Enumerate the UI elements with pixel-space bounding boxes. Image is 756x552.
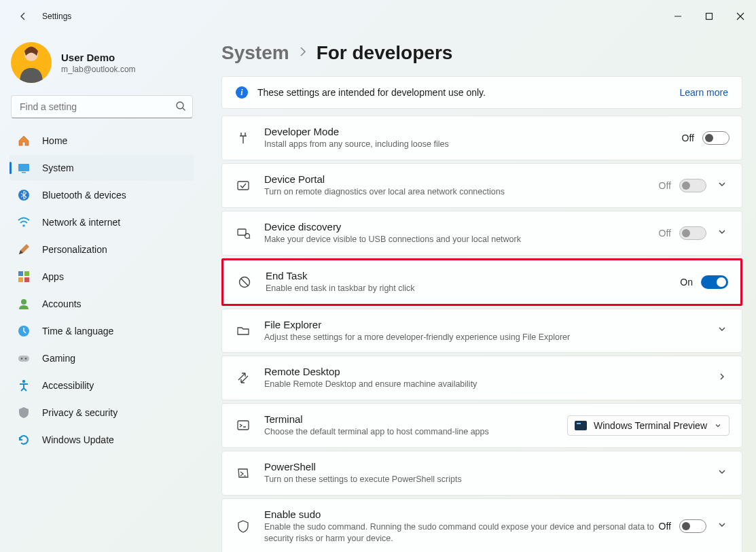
- window-title: Settings: [42, 12, 71, 21]
- device-portal-toggle[interactable]: [679, 179, 706, 192]
- breadcrumb-parent[interactable]: System: [221, 42, 289, 64]
- card-end-task[interactable]: End Task Enable end task in taskbar by r…: [221, 258, 742, 306]
- sidebar: User Demo m_lab@outlook.com Home System …: [0, 33, 204, 552]
- folder-icon: [234, 323, 252, 338]
- device-discovery-toggle[interactable]: [679, 226, 706, 240]
- card-desc: Make your device visible to USB connecti…: [264, 234, 659, 245]
- svg-point-10: [22, 224, 25, 227]
- network-icon: [16, 215, 31, 230]
- card-terminal[interactable]: Terminal Choose the default terminal app…: [221, 403, 742, 448]
- nav-bluetooth[interactable]: Bluetooth & devices: [10, 182, 194, 208]
- chevron-down-icon[interactable]: [715, 517, 730, 535]
- home-icon: [16, 133, 31, 148]
- nav-label: System: [42, 162, 74, 173]
- card-device-portal[interactable]: Device Portal Turn on remote diagnostics…: [221, 163, 742, 208]
- card-powershell[interactable]: PowerShell Turn on these settings to exe…: [221, 451, 742, 496]
- card-file-explorer[interactable]: File Explorer Adjust these settings for …: [221, 309, 742, 353]
- svg-point-15: [21, 299, 26, 305]
- nav-accessibility[interactable]: Accessibility: [10, 373, 194, 398]
- search-input[interactable]: [11, 95, 193, 118]
- chevron-down-icon[interactable]: [715, 322, 730, 339]
- nav-label: Bluetooth & devices: [42, 190, 126, 201]
- card-remote-desktop[interactable]: Remote Desktop Enable Remote Desktop and…: [221, 356, 742, 400]
- info-bar: i These settings are intended for develo…: [221, 76, 742, 109]
- nav-label: Privacy & security: [42, 407, 118, 418]
- svg-line-6: [183, 108, 185, 111]
- avatar: [11, 42, 52, 83]
- nav-home[interactable]: Home: [10, 128, 194, 154]
- nav-time[interactable]: Time & language: [10, 318, 194, 344]
- card-title: End Task: [266, 270, 680, 281]
- terminal-dropdown[interactable]: Windows Terminal Preview: [567, 415, 730, 436]
- svg-rect-17: [18, 356, 29, 362]
- card-device-discovery[interactable]: Device discovery Make your device visibl…: [221, 211, 742, 256]
- back-button[interactable]: [12, 5, 34, 27]
- minimize-button[interactable]: [662, 5, 694, 27]
- card-title: PowerShell: [264, 461, 715, 472]
- bluetooth-icon: [16, 188, 31, 203]
- nav-accounts[interactable]: Accounts: [10, 291, 194, 317]
- nav-gaming[interactable]: Gaming: [10, 345, 194, 371]
- system-icon: [16, 160, 31, 175]
- chevron-down-icon[interactable]: [715, 224, 730, 242]
- close-button[interactable]: [725, 5, 756, 27]
- svg-rect-27: [238, 421, 249, 430]
- toggle-label: Off: [659, 180, 671, 191]
- svg-point-19: [25, 358, 26, 359]
- card-enable-sudo[interactable]: Enable sudo Enable the sudo command. Run…: [221, 498, 742, 552]
- accounts-icon: [16, 296, 31, 311]
- toggle-label: Off: [659, 521, 671, 532]
- toggle-label: On: [680, 277, 693, 288]
- breadcrumb: System For developers: [221, 42, 742, 64]
- card-title: Developer Mode: [264, 126, 682, 137]
- window-controls: [662, 5, 756, 27]
- time-icon: [16, 324, 31, 339]
- nav-label: Time & language: [42, 326, 113, 337]
- accessibility-icon: [16, 378, 31, 393]
- maximize-button[interactable]: [694, 5, 725, 27]
- nav-label: Apps: [42, 271, 64, 282]
- chevron-down-icon[interactable]: [715, 177, 730, 194]
- svg-rect-22: [238, 229, 246, 235]
- nav-label: Network & internet: [42, 217, 120, 228]
- sudo-toggle[interactable]: [679, 519, 706, 533]
- powershell-icon: [234, 466, 252, 481]
- svg-line-26: [241, 278, 249, 286]
- svg-rect-12: [24, 271, 29, 276]
- svg-rect-7: [18, 164, 29, 171]
- card-desc: Enable the sudo command. Running the sud…: [264, 521, 659, 545]
- nav-personalization[interactable]: Personalization: [10, 237, 194, 262]
- wrench-icon: [234, 131, 252, 145]
- title-bar: Settings: [0, 0, 756, 33]
- card-title: Device discovery: [264, 221, 659, 232]
- nav-apps[interactable]: Apps: [10, 264, 194, 290]
- end-task-toggle[interactable]: [701, 275, 728, 289]
- nav-label: Accounts: [42, 298, 82, 309]
- user-profile[interactable]: User Demo m_lab@outlook.com: [11, 42, 193, 83]
- nav-privacy[interactable]: Privacy & security: [10, 400, 194, 426]
- dropdown-value: Windows Terminal Preview: [594, 420, 707, 431]
- privacy-icon: [16, 405, 31, 420]
- nav-network[interactable]: Network & internet: [10, 209, 194, 235]
- card-desc: Turn on these settings to execute PowerS…: [264, 474, 715, 485]
- svg-point-20: [22, 380, 25, 383]
- nav-label: Gaming: [42, 353, 75, 364]
- nav-update[interactable]: Windows Update: [10, 427, 194, 453]
- chevron-down-icon: [714, 421, 722, 430]
- info-text: These settings are intended for developm…: [257, 87, 486, 98]
- nav-list: Home System Bluetooth & devices Network …: [8, 128, 196, 453]
- nav-system[interactable]: System: [10, 155, 194, 181]
- card-developer-mode[interactable]: Developer Mode Install apps from any sou…: [221, 116, 742, 160]
- chevron-right-icon[interactable]: [715, 369, 730, 387]
- svg-point-18: [21, 358, 22, 359]
- nav-label: Windows Update: [42, 434, 114, 445]
- learn-more-link[interactable]: Learn more: [679, 87, 728, 98]
- gaming-icon: [16, 351, 31, 366]
- svg-rect-13: [18, 277, 23, 282]
- user-email: m_lab@outlook.com: [61, 65, 136, 74]
- card-desc: Enable end task in taskbar by right clic…: [266, 283, 680, 294]
- info-icon: i: [236, 86, 248, 99]
- card-desc: Install apps from any source, including …: [264, 139, 682, 150]
- developer-mode-toggle[interactable]: [702, 131, 730, 145]
- chevron-down-icon[interactable]: [715, 464, 730, 482]
